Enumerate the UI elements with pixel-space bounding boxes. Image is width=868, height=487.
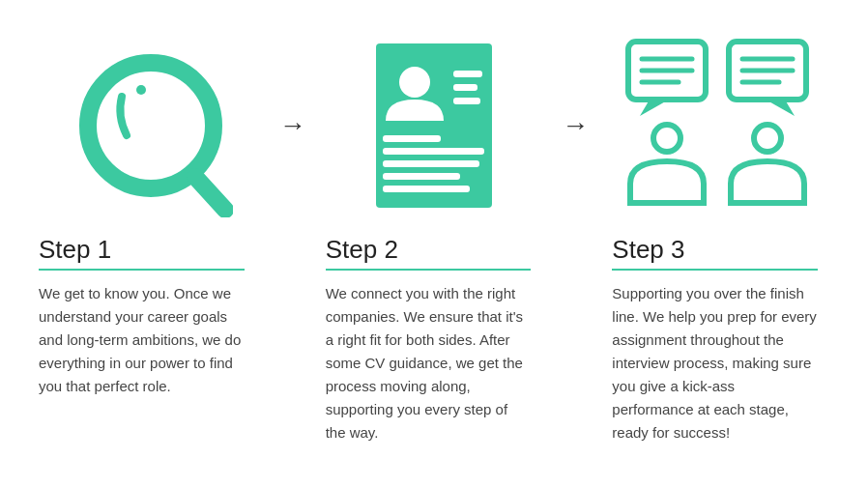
svg-line-1 — [195, 177, 225, 210]
step3-title: Step 3 — [612, 235, 818, 271]
svg-rect-7 — [453, 98, 480, 104]
svg-rect-12 — [383, 186, 470, 192]
step1-detail: Step 1 We get to know you. Once we under… — [39, 235, 256, 444]
step2-detail: Step 2 We connect you with the right com… — [314, 235, 543, 444]
svg-point-24 — [754, 125, 781, 152]
step1-icon-cell — [39, 34, 264, 217]
svg-rect-3 — [376, 43, 492, 208]
interview-icon — [621, 34, 814, 217]
arrow2: → — [546, 110, 604, 141]
step-details-row: Step 1 We get to know you. Once we under… — [39, 235, 829, 444]
svg-rect-11 — [383, 173, 460, 180]
step2-title: Step 2 — [326, 235, 532, 271]
arrow1: → — [264, 110, 322, 141]
svg-point-4 — [399, 67, 430, 98]
svg-point-23 — [653, 125, 680, 152]
step3-text: Supporting you over the finish line. We … — [612, 282, 818, 444]
step3-detail: Step 3 Supporting you over the finish li… — [600, 235, 829, 444]
step1-text: We get to know you. Once we understand y… — [39, 282, 245, 398]
cv-document-icon — [362, 34, 506, 217]
svg-rect-9 — [383, 148, 484, 155]
svg-rect-8 — [383, 135, 441, 142]
svg-point-2 — [136, 85, 146, 95]
svg-rect-6 — [453, 84, 477, 91]
step2-text: We connect you with the right companies.… — [326, 282, 532, 444]
magnifying-glass-icon — [69, 34, 233, 217]
steps-icons-row: → → — [39, 34, 829, 217]
step2-icon-cell — [322, 34, 547, 217]
svg-rect-5 — [453, 71, 482, 77]
svg-rect-10 — [383, 160, 479, 167]
step3-icon-cell — [604, 34, 829, 217]
step1-title: Step 1 — [39, 235, 245, 271]
